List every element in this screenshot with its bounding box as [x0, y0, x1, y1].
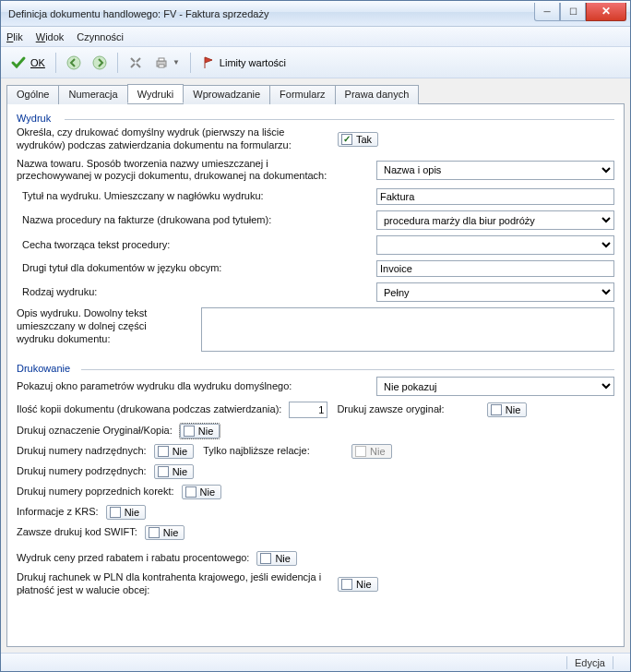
drukuj-oryg-toggle[interactable]: Nie — [487, 402, 528, 417]
nazwa-towaru-select[interactable]: Nazwa i opis — [376, 161, 614, 180]
separator — [117, 53, 118, 73]
tab-bar: Ogólne Numeracja Wydruki Wprowadzanie Fo… — [6, 84, 625, 103]
label-nazwa-proc: Nazwa procedury na fakturze (drukowana p… — [17, 214, 271, 227]
svg-rect-3 — [159, 58, 164, 61]
drukuj-podrz-toggle[interactable]: Nie — [154, 464, 195, 479]
tools-button[interactable] — [125, 54, 147, 72]
menu-czynnosci[interactable]: Czynności — [77, 31, 124, 42]
separator — [566, 656, 567, 669]
separator — [190, 53, 191, 73]
window-controls: ─ ☐ ✕ — [534, 3, 626, 21]
opis-textarea[interactable] — [201, 307, 614, 352]
drukuj-nadrz-toggle[interactable]: Nie — [154, 444, 195, 459]
window-title: Definicja dokumentu handlowego: FV - Fak… — [8, 8, 534, 19]
label-drukuj-nadrz: Drukuj numery nadrzędnych: — [17, 445, 147, 458]
cecha-select[interactable] — [376, 235, 614, 255]
info-krs-toggle[interactable]: Nie — [106, 505, 147, 520]
window: Definicja dokumentu handlowego: FV - Fak… — [0, 0, 631, 672]
checkbox-icon — [184, 426, 195, 437]
checkbox-icon — [185, 486, 196, 498]
status-mode: Edycja — [575, 657, 605, 668]
checkbox-icon — [260, 553, 271, 564]
group-wydruk-title: Wydruk — [17, 113, 614, 124]
statusbar: Edycja — [1, 653, 630, 671]
label-drukuj-oryg: Drukuj zawsze oryginał: — [337, 403, 477, 416]
divider — [65, 119, 614, 120]
tab-ogolne[interactable]: Ogólne — [6, 85, 59, 104]
check-icon — [10, 54, 27, 71]
drugi-tytul-input[interactable] — [376, 260, 614, 277]
checkbox-icon — [355, 446, 366, 457]
label-drukuj-rachunek: Drukuj rachunek w PLN dla kontrahenta kr… — [17, 571, 330, 597]
nav-back-button[interactable] — [63, 54, 85, 72]
tab-formularz[interactable]: Formularz — [269, 85, 336, 104]
svg-point-0 — [67, 56, 80, 69]
okresla-toggle[interactable]: ✓ Tak — [338, 132, 378, 147]
maximize-button[interactable]: ☐ — [560, 3, 586, 21]
label-drugi-tytul: Drugi tytuł dla dokumentów w języku obcy… — [17, 262, 221, 275]
separator — [613, 656, 613, 669]
titlebar[interactable]: Definicja dokumentu handlowego: FV - Fak… — [1, 1, 630, 27]
separator — [55, 53, 56, 73]
drukuj-rachunek-toggle[interactable]: Nie — [338, 577, 378, 592]
wydruk-ceny-toggle[interactable]: Nie — [256, 551, 297, 566]
label-drukuj-podrz: Drukuj numery podrzędnych: — [17, 465, 147, 478]
checkbox-checked-icon: ✓ — [341, 134, 352, 145]
close-button[interactable]: ✕ — [586, 3, 626, 21]
tab-wprowadzanie[interactable]: Wprowadzanie — [183, 85, 270, 104]
group-drukowanie-title: Drukowanie — [17, 363, 614, 374]
menu-plik[interactable]: Plik — [6, 31, 23, 42]
menu-widok[interactable]: Widok — [36, 31, 65, 42]
label-pokazuj: Pokazuj okno parametrów wydruku dla wydr… — [17, 380, 292, 393]
label-nazwa-towaru: Nazwa towaru. Sposób tworzenia nazwy umi… — [17, 158, 330, 184]
printer-icon — [154, 55, 169, 70]
nazwa-proc-select[interactable]: procedura marży dla biur podróży — [376, 210, 614, 230]
label-zawsze-swift: Zawsze drukuj kod SWIFT: — [17, 526, 137, 539]
tab-numeracja[interactable]: Numeracja — [58, 85, 127, 104]
nav-forward-button[interactable] — [89, 54, 111, 72]
label-cecha: Cecha tworząca tekst procedury: — [17, 239, 170, 252]
checkbox-icon — [158, 466, 169, 477]
checkbox-icon — [341, 579, 352, 590]
tab-panel: Wydruk Określa, czy drukować domyślny wy… — [6, 103, 625, 647]
menubar: Plik Widok Czynności — [1, 27, 630, 47]
toolbar: OK ▼ Limity wartości — [1, 47, 630, 78]
zawsze-swift-toggle[interactable]: Nie — [145, 525, 185, 540]
label-tytul: Tytuł na wydruku. Umieszczany w nagłówku… — [17, 190, 264, 203]
rodzaj-select[interactable]: Pełny — [376, 282, 614, 302]
label-wydruk-ceny: Wydruk ceny przed rabatem i rabatu proce… — [17, 552, 249, 565]
tools-icon — [128, 55, 143, 70]
label-drukuj-korekt: Drukuj numery poprzednich korekt: — [17, 486, 174, 498]
content-area: Ogólne Numeracja Wydruki Wprowadzanie Fo… — [1, 78, 630, 653]
divider — [81, 369, 614, 370]
tytul-input[interactable] — [376, 188, 614, 205]
label-rodzaj: Rodzaj wydruku: — [17, 286, 97, 299]
minimize-button[interactable]: ─ — [534, 3, 560, 21]
dropdown-icon: ▼ — [173, 58, 180, 66]
arrow-right-icon — [92, 55, 107, 70]
svg-rect-4 — [159, 65, 164, 67]
label-ilosc: Ilość kopii dokumentu (drukowana podczas… — [17, 403, 281, 416]
pokazuj-select[interactable]: Nie pokazuj — [376, 377, 614, 396]
tab-prawa[interactable]: Prawa danych — [335, 85, 420, 104]
flag-icon — [201, 55, 216, 70]
label-info-krs: Informacje z KRS: — [17, 506, 99, 519]
print-button[interactable]: ▼ — [150, 54, 184, 72]
ok-button[interactable]: OK — [6, 53, 49, 73]
label-okresla: Określa, czy drukować domyślny wydruk (p… — [17, 126, 330, 152]
label-tylko-najb: Tylko najbliższe relacje: — [203, 445, 342, 458]
drukuj-korekt-toggle[interactable]: Nie — [182, 485, 222, 499]
limity-button[interactable]: Limity wartości — [197, 54, 290, 72]
svg-point-1 — [93, 56, 106, 69]
arrow-left-icon — [66, 55, 81, 70]
label-opis: Opis wydruku. Dowolny tekst umieszczany … — [17, 307, 155, 345]
tab-wydruki[interactable]: Wydruki — [127, 84, 185, 103]
checkbox-icon — [110, 507, 121, 518]
checkbox-icon — [491, 404, 502, 415]
checkbox-icon — [149, 527, 160, 538]
label-drukuj-ozn: Drukuj oznaczenie Oryginał/Kopia: — [17, 425, 173, 438]
ilosc-input[interactable] — [289, 402, 327, 418]
checkbox-icon — [158, 446, 169, 457]
drukuj-ozn-toggle[interactable]: Nie — [180, 424, 220, 438]
tylko-najb-toggle: Nie — [351, 444, 392, 459]
